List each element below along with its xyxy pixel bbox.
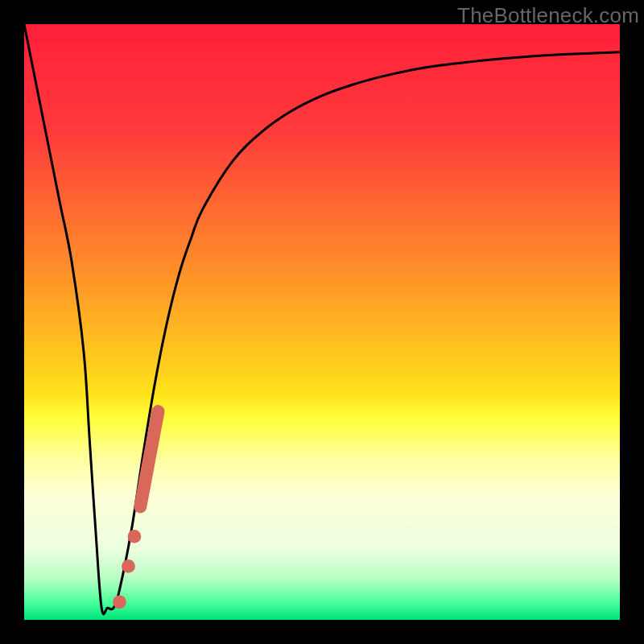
chart-frame: TheBottleneck.com bbox=[0, 0, 644, 644]
gradient-background bbox=[24, 24, 620, 620]
marker-dot bbox=[113, 595, 126, 609]
bottleneck-chart bbox=[24, 24, 620, 620]
plot-area bbox=[24, 24, 620, 620]
marker-dot bbox=[128, 530, 142, 543]
marker-dot bbox=[122, 559, 135, 573]
watermark-text: TheBottleneck.com bbox=[457, 3, 639, 28]
